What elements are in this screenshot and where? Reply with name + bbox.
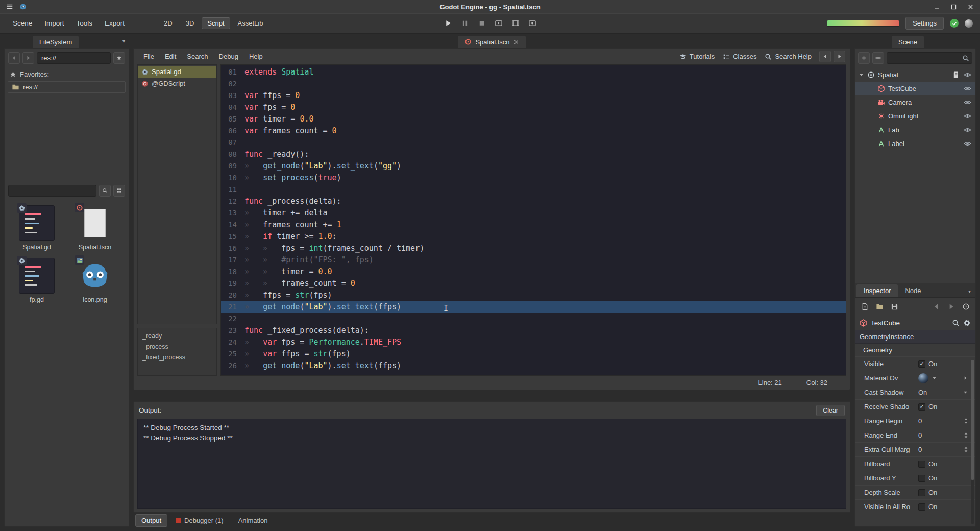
attached-script-icon[interactable] [952,71,960,79]
file-item-fp-gd[interactable]: fp.gd [9,258,65,303]
scene-node-camera[interactable]: Camera [855,95,975,109]
load-resource-button[interactable] [873,301,886,312]
mode-tab-script[interactable]: Script [202,17,230,29]
function-item-process[interactable]: _process [138,341,216,352]
code-line-05[interactable]: 05var timer = 0.0 [221,113,846,125]
code-line-19[interactable]: 19» » frames_count = 0 [221,278,846,289]
code-line-25[interactable]: 25» var ffps = str(fps) [221,348,846,360]
stop-button[interactable] [476,17,488,30]
bottom-tab-output[interactable]: Output [135,514,167,527]
mode-tab-assetlib[interactable]: AssetLib [232,17,269,29]
fs-favorite-button[interactable] [113,52,125,64]
menu-import[interactable]: Import [39,18,69,29]
number-value[interactable]: 0 [918,446,922,453]
script-menu-help[interactable]: Help [244,51,268,62]
history-button[interactable] [960,301,972,312]
add-node-button[interactable] [858,52,870,64]
scene-node-label[interactable]: Label [855,137,975,151]
scene-dock-tab[interactable]: Scene [891,35,924,48]
checkbox-visible[interactable]: ✓ [918,360,925,368]
inspector-scrollbar[interactable] [971,360,974,524]
checkbox-visible-in-all-ro[interactable] [918,503,925,511]
clear-button[interactable]: Clear [816,405,845,416]
mode-tab-2d[interactable]: 2D [158,17,178,29]
code-line-22[interactable]: 22 [221,313,846,325]
code-line-23[interactable]: 23func _fixed_process(delta): [221,325,846,336]
code-line-17[interactable]: 17» » #print("FPS: ", fps) [221,254,846,266]
checkbox-receive-shado[interactable]: ✓ [918,403,925,411]
function-item-fixed-process[interactable]: _fixed_process [138,352,216,363]
function-item-ready[interactable]: _ready [138,330,216,341]
checkbox-depth-scale[interactable] [918,489,925,496]
classes-link[interactable]: Classes [723,53,756,60]
stepper-icon[interactable] [964,446,968,453]
inspector-back-button[interactable] [930,301,942,312]
code-line-01[interactable]: 01extends Spatial [221,66,846,78]
play-scene-button[interactable] [493,17,505,30]
script-menu-debug[interactable]: Debug [214,51,243,62]
visibility-eye-icon[interactable] [964,112,971,120]
code-line-15[interactable]: 15» if timer >= 1.0: [221,231,846,243]
code-line-13[interactable]: 13» timer += delta [221,207,846,219]
script-menu-edit[interactable]: Edit [160,51,181,62]
default-environment-icon[interactable] [965,19,973,28]
filesystem-tab[interactable]: FileSystem [32,35,79,48]
fs-path-input[interactable]: res:// [37,52,111,64]
menu-scene[interactable]: Scene [7,18,38,29]
bottom-tab-animation[interactable]: Animation [232,514,274,527]
code-line-24[interactable]: 24» var fps = Performance.TIME_FPS [221,336,846,348]
hamburger-menu-icon[interactable] [6,3,13,10]
script-item-spatial-gd[interactable]: Spatial.gd [138,66,216,78]
code-line-12[interactable]: 12func _process(delta): [221,196,846,207]
checkbox-billboard[interactable] [918,461,925,468]
tab-inspector[interactable]: Inspector [856,284,898,297]
code-line-16[interactable]: 16» » fps = int(frames_count / timer) [221,243,846,254]
visibility-eye-icon[interactable] [964,99,971,106]
code-line-14[interactable]: 14» frames_count += 1 [221,219,846,231]
tab-close-icon[interactable] [513,39,519,45]
visibility-eye-icon[interactable] [964,85,971,92]
code-line-03[interactable]: 03var ffps = 0 [221,90,846,102]
script-item-gdscript[interactable]: @GDScript [138,78,216,89]
script-menu-search[interactable]: Search [182,51,213,62]
code-line-18[interactable]: 18» » timer = 0.0 [221,266,846,278]
object-options-icon[interactable] [963,319,971,327]
code-line-08[interactable]: 08func _ready(): [221,149,846,160]
number-value[interactable]: 0 [918,431,922,439]
code-editor[interactable]: 01extends Spatial0203var ffps = 004var f… [220,64,846,376]
play-custom-scene-button[interactable] [509,17,522,30]
scene-file-tab[interactable]: Spatial.tscn [457,35,526,48]
code-line-07[interactable]: 07 [221,137,846,149]
inspector-menu-icon[interactable]: ▾ [968,288,974,297]
fs-view-toggle-button[interactable] [113,185,125,197]
inspector-forward-button[interactable] [945,301,957,312]
save-resource-button[interactable] [888,301,900,312]
mode-tab-3d[interactable]: 3D [180,17,200,29]
fs-root-folder-item[interactable]: res:// [8,81,126,93]
dock-menu-icon[interactable]: ▾ [122,38,129,48]
fs-search-input[interactable] [8,185,96,197]
filter-properties-icon[interactable] [952,319,960,327]
fs-search-button[interactable] [99,185,111,197]
checkbox-billboard-y[interactable] [918,475,925,482]
code-line-26[interactable]: 26» get_node("Lab").set_text(ffps) [221,360,846,372]
resource-expand-icon[interactable] [963,375,968,381]
material-preview[interactable] [918,373,928,383]
tab-node[interactable]: Node [898,284,928,297]
stepper-icon[interactable] [964,417,968,425]
file-item-spatial-gd[interactable]: Spatial.gd [9,205,65,251]
script-menu-file[interactable]: File [138,51,159,62]
resource-caret-icon[interactable] [932,375,937,381]
collapse-arrow-icon[interactable] [859,72,864,78]
tutorials-link[interactable]: Tutorials [679,53,715,60]
code-line-11[interactable]: 11 [221,184,846,196]
scene-node-omnilight[interactable]: OmniLight [855,109,975,123]
code-line-04[interactable]: 04var fps = 0 [221,102,846,113]
visibility-eye-icon[interactable] [964,140,971,148]
number-value[interactable]: 0 [918,417,922,425]
inspector-section[interactable]: Geometry [855,344,975,356]
dropdown-caret-icon[interactable] [963,390,968,395]
pause-button[interactable] [459,17,471,30]
menu-export[interactable]: Export [99,18,130,29]
instance-scene-button[interactable] [872,52,884,64]
